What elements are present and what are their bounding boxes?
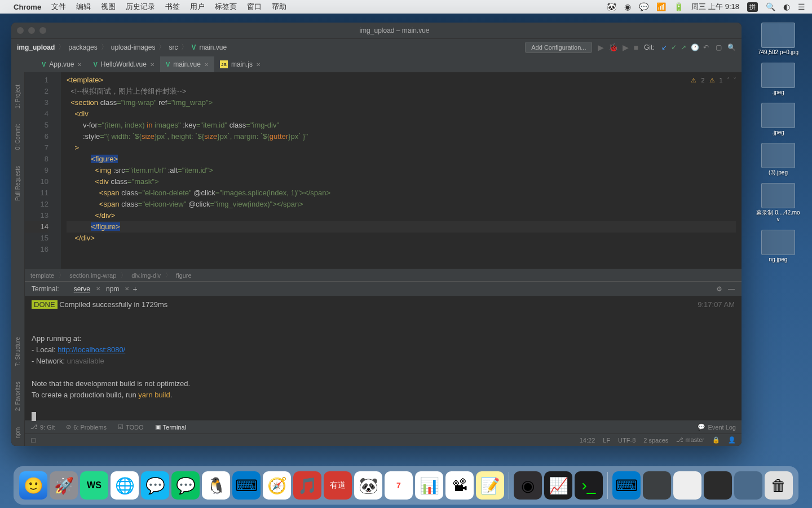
chevron-up-icon[interactable]: ˆ [727,75,730,86]
dock-wechat[interactable]: 💬 [171,471,200,500]
dock-qq-penguin[interactable]: 🐧 [202,471,230,500]
ide-settings-icon[interactable]: ▢ [716,43,722,51]
menu-window[interactable]: 窗口 [247,2,262,12]
tab-main-js[interactable]: JSmain.js✕ [214,56,266,72]
desktop-file[interactable]: ng.jpeg [750,230,806,263]
dock-obs[interactable]: ◉ [514,471,542,500]
dock-vscode[interactable]: ⌨ [232,471,261,500]
close-icon[interactable]: ✕ [150,62,155,68]
menu-file[interactable]: 文件 [51,2,66,12]
tab-main-vue[interactable]: Vmain.vue✕ [160,56,214,72]
close-icon[interactable]: ✕ [204,62,209,68]
menu-tabs[interactable]: 标签页 [215,2,237,12]
stop-icon[interactable]: ■ [633,43,638,52]
terminal-tab-npm[interactable]: npm [100,285,125,293]
dock-finder[interactable]: 🙂 [19,471,47,500]
git-branch[interactable]: ⎇ master [676,436,704,444]
dock-launchpad[interactable]: 🚀 [50,471,78,500]
tab-helloworld-vue[interactable]: VHelloWorld.vue✕ [87,56,160,72]
menu-bookmarks[interactable]: 书签 [165,2,180,12]
battery-icon[interactable]: 🔋 [674,2,683,11]
obs-icon[interactable]: ◉ [624,2,631,11]
indent-setting[interactable]: 2 spaces [643,437,668,444]
dock-activity-monitor[interactable]: 📈 [544,471,572,500]
desktop-file[interactable]: .jpeg [750,103,806,136]
dock-numbers[interactable]: 📊 [415,471,443,500]
dock-notes[interactable]: 📝 [476,471,504,500]
control-center-icon[interactable]: ☰ [798,2,805,11]
tool-project[interactable]: 1: Project [15,82,21,111]
dock-keynote[interactable]: 📽 [445,471,474,500]
git-update-icon[interactable]: ↙ [661,43,667,51]
desktop-file[interactable]: .jpeg [750,63,806,96]
search-everywhere-icon[interactable]: 🔍 [727,43,736,51]
dock-safari[interactable]: 🧭 [263,471,291,500]
line-separator[interactable]: LF [603,437,610,444]
file-encoding[interactable]: UTF-8 [618,437,636,444]
close-icon[interactable]: ✕ [77,62,82,68]
coverage-icon[interactable]: ▶ [623,43,629,52]
active-app-name[interactable]: Chrome [14,3,41,11]
run-icon[interactable]: ▶ [598,43,604,52]
datetime[interactable]: 周三 上午 9:18 [691,2,739,12]
menu-view[interactable]: 视图 [101,2,116,12]
cursor-position[interactable]: 14:22 [580,437,595,444]
panda-icon[interactable]: 🐼 [607,2,616,11]
dock-minimized-window[interactable] [673,471,701,500]
dock-panda[interactable]: 🐼 [354,471,382,500]
dock-minimized-window[interactable] [734,471,762,500]
spotlight-icon[interactable]: 🔍 [766,2,775,11]
breadcrumb-item[interactable]: packages [68,43,97,51]
ide-titlebar[interactable]: img_upload – main.vue [11,23,742,38]
breadcrumb-item[interactable]: img_upload [17,43,55,51]
dock-minimized-window[interactable] [643,471,671,500]
dock-chrome[interactable]: 🌐 [111,471,139,500]
dock-youdao[interactable]: 有道 [324,471,352,500]
desktop-file[interactable]: (3).jpeg [750,143,806,176]
dock-vscode2[interactable]: ⌨ [612,471,641,500]
wechat-menubar-icon[interactable]: 💬 [639,2,648,11]
terminal-tab-serve[interactable]: serve [68,285,96,293]
chevron-down-icon[interactable]: ˇ [734,75,736,86]
tab-app-vue[interactable]: VApp.vue✕ [36,56,87,72]
desktop-file[interactable]: 749,502 p=0.jpg [750,23,806,56]
dock-trash[interactable]: 🗑 [765,471,793,500]
close-icon[interactable]: ✕ [256,62,261,68]
add-configuration-button[interactable]: Add Configuration... [525,42,592,53]
git-push-icon[interactable]: ↗ [681,43,686,51]
add-terminal-tab[interactable]: + [133,284,137,294]
lock-icon[interactable]: 🔒 [712,436,720,444]
dock-calendar[interactable]: 7 [385,471,413,500]
git-rollback-icon[interactable]: ↶ [703,43,709,51]
dock-minimized-window[interactable] [704,471,732,500]
dock-webstorm[interactable]: WS [80,471,108,500]
terminal-settings-icon[interactable]: ⚙ [716,285,722,293]
breadcrumb-item[interactable]: src [169,43,178,51]
code-editor[interactable]: 12345678910111213141516 <template> <!--模… [25,72,742,269]
inspector-icon[interactable]: 👤 [728,436,736,444]
breadcrumb-item[interactable]: main.vue [199,43,227,51]
minimize-panel-icon[interactable]: — [728,285,735,293]
code-structure-breadcrumb[interactable]: template〉 section.img-wrap〉 div.img-div〉… [25,269,742,281]
window-controls[interactable] [17,27,46,34]
tool-npm[interactable]: npm [15,425,21,440]
menu-edit[interactable]: 编辑 [76,2,91,12]
desktop-file[interactable]: 幕录制 0....42.mov [750,183,806,223]
tool-structure[interactable]: 7: Structure [15,335,21,369]
git-history-icon[interactable]: 🕐 [691,43,699,51]
breadcrumb-item[interactable]: upload-images [111,43,156,51]
ime-indicator[interactable]: 拼 [747,2,758,12]
status-window-icon[interactable]: ▢ [30,436,36,444]
debug-icon[interactable]: 🐞 [608,43,618,52]
tool-favorites[interactable]: 2: Favorites [15,379,21,413]
local-url-link[interactable]: http://localhost:8080/ [58,345,125,354]
menu-help[interactable]: 帮助 [272,2,286,12]
siri-icon[interactable]: ◐ [783,2,790,11]
dock-qq[interactable]: 💬 [141,471,169,500]
dock-terminal[interactable]: ›_ [575,471,603,500]
tool-commit[interactable]: 0: Commit [15,122,21,152]
dock-netease[interactable]: 🎵 [293,471,321,500]
wifi-icon[interactable]: 📶 [656,2,666,11]
tool-pull-requests[interactable]: Pull Requests [15,164,21,203]
project-breadcrumb[interactable]: img_upload〉 packages〉 upload-images〉 src… [17,42,227,52]
